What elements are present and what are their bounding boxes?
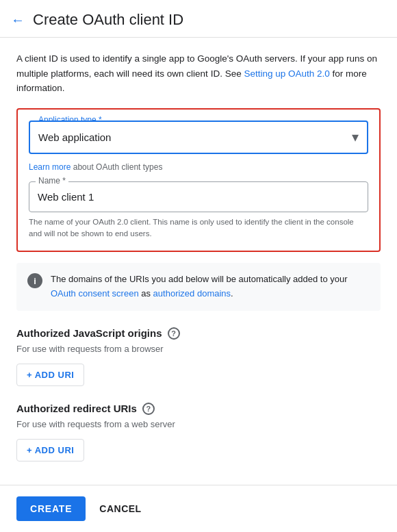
name-label: Name * bbox=[36, 176, 68, 186]
main-content: A client ID is used to identify a single… bbox=[0, 38, 397, 532]
oauth-setup-link[interactable]: Setting up OAuth 2.0 bbox=[244, 68, 329, 79]
info-text: The domains of the URIs you add below wi… bbox=[51, 273, 370, 301]
js-origins-add-uri-button[interactable]: + ADD URI bbox=[16, 364, 84, 386]
header: ← Create OAuth client ID bbox=[0, 0, 397, 38]
info-icon: i bbox=[27, 273, 42, 288]
name-input[interactable] bbox=[29, 181, 368, 212]
page-description: A client ID is used to identify a single… bbox=[16, 51, 381, 96]
redirect-uris-desc: For use with requests from a web server bbox=[16, 419, 381, 429]
application-type-field: Application type * Web applicationAndroi… bbox=[29, 121, 368, 154]
learn-more-line: Learn more about OAuth client types bbox=[29, 162, 368, 172]
bottom-actions: CREATE CANCEL bbox=[0, 485, 397, 532]
redirect-uris-help-icon[interactable]: ? bbox=[142, 403, 155, 415]
redirect-uris-add-uri-button[interactable]: + ADD URI bbox=[16, 439, 84, 461]
redirect-uris-section: Authorized redirect URIs ? For use with … bbox=[16, 403, 381, 461]
name-hint: The name of your OAuth 2.0 client. This … bbox=[29, 216, 368, 240]
application-type-select-wrapper: Web applicationAndroidiOSDesktop appTV a… bbox=[29, 121, 368, 154]
create-button[interactable]: CREATE bbox=[16, 496, 86, 521]
redirect-uris-title: Authorized redirect URIs ? bbox=[16, 403, 381, 415]
cancel-button[interactable]: CANCEL bbox=[99, 503, 141, 514]
js-origins-section: Authorized JavaScript origins ? For use … bbox=[16, 327, 381, 386]
application-type-select[interactable]: Web applicationAndroidiOSDesktop appTV a… bbox=[30, 122, 367, 153]
js-origins-desc: For use with requests from a browser bbox=[16, 344, 381, 354]
js-origins-help-icon[interactable]: ? bbox=[168, 327, 180, 340]
back-button[interactable]: ← bbox=[11, 12, 25, 28]
info-box: i The domains of the URIs you add below … bbox=[16, 263, 381, 311]
page-title: Create OAuth client ID bbox=[33, 11, 183, 29]
learn-more-link[interactable]: Learn more bbox=[29, 162, 71, 172]
js-origins-title: Authorized JavaScript origins ? bbox=[16, 327, 381, 340]
authorized-domains-link[interactable]: authorized domains bbox=[153, 288, 231, 299]
form-red-box: Application type * Web applicationAndroi… bbox=[16, 108, 381, 253]
name-field: Name * bbox=[29, 181, 368, 212]
oauth-consent-link[interactable]: OAuth consent screen bbox=[51, 288, 139, 299]
